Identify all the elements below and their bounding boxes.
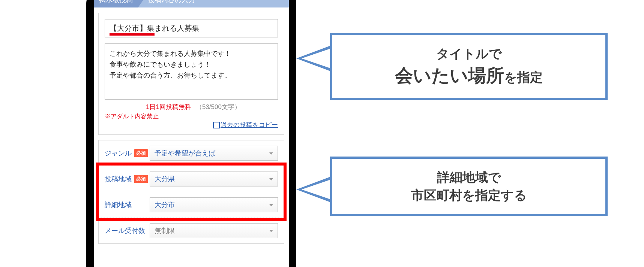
- label-mail-limit: メール受付数: [105, 226, 150, 235]
- required-badge: 必須: [134, 149, 148, 157]
- char-count: （53/500文字）: [196, 103, 241, 111]
- callout-2-pointer-fill: [302, 179, 332, 200]
- select-region[interactable]: 大分県: [150, 172, 278, 186]
- copy-icon: [214, 122, 219, 128]
- breadcrumb: 掲示板投稿 投稿内容の入力: [94, 0, 289, 7]
- label-detail-region-text: 詳細地域: [105, 200, 132, 209]
- callout-1-tail: を指定: [504, 70, 543, 84]
- phone-screen: 掲示板投稿 投稿内容の入力 【大分市】集まれる人募集 これから大分で集まれる人募…: [94, 0, 289, 267]
- phone-frame: 掲示板投稿 投稿内容の入力 【大分市】集まれる人募集 これから大分で集まれる人募…: [86, 0, 296, 267]
- callout-1-pointer-fill: [302, 48, 332, 69]
- label-genre-text: ジャンル: [105, 149, 132, 158]
- select-detail-region-value: 大分市: [155, 200, 175, 209]
- post-body-value: これから大分で集まれる人募集中です！ 食事や飲みにでもいきましょう！ 予定や都合…: [110, 50, 231, 79]
- select-detail-region[interactable]: 大分市: [150, 197, 278, 212]
- select-genre-value: 予定や希望が合えば: [155, 149, 215, 158]
- breadcrumb-step-2: 投稿内容の入力: [138, 0, 195, 7]
- post-body-textarea[interactable]: これから大分で集まれる人募集中です！ 食事や飲みにでもいきましょう！ 予定や都合…: [105, 43, 278, 100]
- label-genre: ジャンル 必須: [105, 149, 150, 158]
- row-region: 投稿地域 必須 大分県: [99, 166, 284, 192]
- callout-detail-region: 詳細地域で 市区町村を指定する: [330, 157, 608, 216]
- free-post-label: 1日1回投稿無料: [146, 103, 191, 111]
- required-badge: 必須: [134, 175, 148, 183]
- label-mail-limit-text: メール受付数: [105, 226, 145, 235]
- breadcrumb-step-1-label: 掲示板投稿: [99, 0, 133, 4]
- post-title-input[interactable]: 【大分市】集まれる人募集: [105, 19, 278, 37]
- callout-1-line1: タイトルで: [346, 45, 592, 63]
- copy-past-posts-label: 過去の投稿をコピー: [221, 121, 278, 129]
- callout-2-line1: 詳細地域で: [346, 169, 592, 186]
- row-mail-limit: メール受付数 無制限: [99, 218, 284, 243]
- select-region-value: 大分県: [155, 175, 175, 183]
- post-settings-card: ジャンル 必須 予定や希望が合えば 投稿地域 必須 大分県 詳細地域: [98, 140, 284, 244]
- select-genre[interactable]: 予定や希望が合えば: [150, 146, 278, 161]
- breadcrumb-step-2-label: 投稿内容の入力: [148, 0, 195, 4]
- breadcrumb-step-1[interactable]: 掲示板投稿: [94, 0, 138, 7]
- post-meta-row: 1日1回投稿無料 （53/500文字） ※アダルト内容禁止 過去の投稿をコピー: [99, 103, 284, 134]
- select-mail-limit-value: 無制限: [155, 226, 175, 235]
- label-region-text: 投稿地域: [105, 175, 132, 183]
- label-detail-region: 詳細地域: [105, 200, 150, 209]
- callout-2-line2: 市区町村を指定する: [346, 186, 592, 204]
- title-emphasis-underline: [110, 33, 155, 36]
- callout-1-line2: 会いたい場所を指定: [346, 63, 592, 88]
- row-genre: ジャンル 必須 予定や希望が合えば: [99, 140, 284, 166]
- callout-1-strong: 会いたい場所: [395, 66, 504, 85]
- post-content-card: 【大分市】集まれる人募集 これから大分で集まれる人募集中です！ 食事や飲みにでも…: [98, 13, 284, 135]
- row-detail-region: 詳細地域 大分市: [99, 192, 284, 218]
- copy-past-posts-link[interactable]: 過去の投稿をコピー: [214, 121, 278, 129]
- label-region: 投稿地域 必須: [105, 175, 150, 183]
- adult-notice: ※アダルト内容禁止: [105, 113, 278, 121]
- post-title-value: 【大分市】集まれる人募集: [110, 24, 200, 32]
- callout-title-location: タイトルで 会いたい場所を指定: [330, 33, 608, 100]
- select-mail-limit[interactable]: 無制限: [150, 223, 278, 238]
